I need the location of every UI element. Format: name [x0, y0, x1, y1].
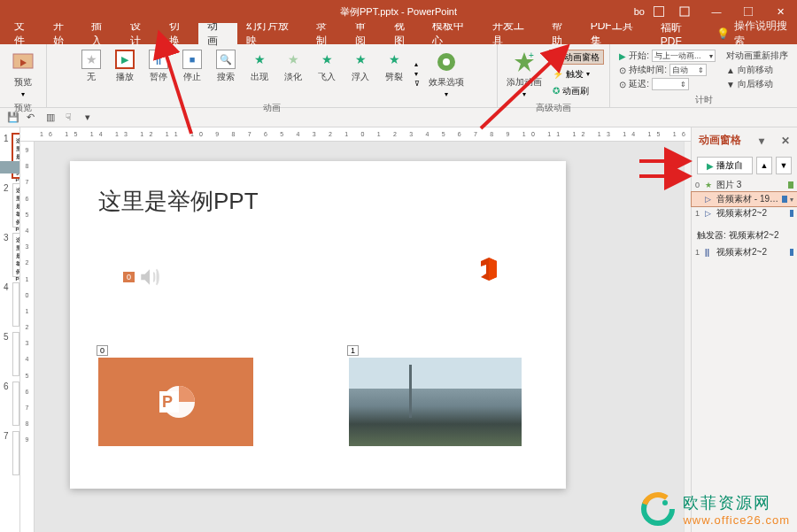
- chevron-down-icon: ▾: [21, 90, 25, 98]
- anim-item-1[interactable]: 0 ★ 图片 3: [692, 178, 797, 192]
- tell-me-search[interactable]: 💡 操作说明搜索: [716, 19, 797, 49]
- thumbnail-1[interactable]: 1这里是举例PPT: [0, 131, 19, 181]
- timing-bar: [788, 181, 793, 189]
- ruler-vertical: 9876543210123456789: [20, 142, 35, 532]
- tab-record[interactable]: 录制: [307, 23, 346, 44]
- ribbon-display-icon[interactable]: [673, 0, 696, 23]
- anim-float[interactable]: ★浮入: [345, 48, 375, 100]
- undo-icon[interactable]: ↶: [27, 112, 39, 124]
- thumbnail-3[interactable]: 3这里是举例PPT: [0, 230, 19, 280]
- trigger-icon: ⚡: [553, 69, 563, 79]
- anim-fade[interactable]: ★淡化: [278, 48, 308, 100]
- ppt-image[interactable]: 0 P: [98, 358, 253, 446]
- tab-slideshow[interactable]: 幻灯片放映: [237, 23, 307, 44]
- overflow-icon[interactable]: ▾: [85, 112, 97, 124]
- anim-play[interactable]: ▶播放: [110, 48, 140, 100]
- close-pane-icon[interactable]: ✕: [781, 135, 790, 147]
- delay-input[interactable]: ⇕: [652, 78, 689, 90]
- star-icon: ★: [288, 52, 299, 66]
- thumbnail-4[interactable]: 4: [0, 280, 19, 329]
- star-icon: ★: [705, 181, 714, 189]
- add-animation-button[interactable]: + 添加动画 ▾: [503, 48, 546, 100]
- preview-button[interactable]: 预览 ▾: [5, 48, 41, 100]
- play-icon: ▶: [707, 161, 714, 171]
- tab-file[interactable]: 文件: [5, 23, 44, 44]
- slide[interactable]: 这里是举例PPT 0 0 P 1: [70, 161, 566, 489]
- scrollbar-vertical[interactable]: [684, 142, 691, 532]
- move-later-button[interactable]: ▼向后移动: [726, 78, 788, 90]
- office-logo[interactable]: [474, 254, 504, 284]
- anim-item-2[interactable]: ▷ 音频素材 - 1967 ▾: [692, 192, 797, 206]
- svg-rect-0: [680, 7, 689, 16]
- anim-search[interactable]: 🔍搜索: [211, 48, 241, 100]
- anim-stop[interactable]: ■停止: [177, 48, 207, 100]
- search-icon: 🔍: [220, 54, 232, 66]
- tab-insert[interactable]: 插入: [82, 23, 121, 44]
- move-earlier-button[interactable]: ▲向前移动: [726, 64, 788, 76]
- title-bar: 举例PPT.pptx - PowerPoint bo — ✕: [0, 0, 797, 23]
- anim-trigger-item[interactable]: 1 || 视频素材2~2: [692, 245, 797, 259]
- tab-pdftools[interactable]: PDF工具集: [582, 23, 652, 44]
- touch-icon[interactable]: ☟: [66, 112, 78, 124]
- thumbnail-2[interactable]: 2这里是举例PPT: [0, 181, 19, 230]
- ribbon: 预览 ▾ 预览 ★无 ▶播放 ||暂停 ■停止 🔍搜索 ★出现 ★淡化 ★飞入 …: [0, 44, 797, 108]
- tab-view[interactable]: 视图: [385, 23, 424, 44]
- mode-icon[interactable]: ▥: [46, 112, 58, 124]
- group-animation: 动画: [263, 100, 281, 116]
- trigger-button[interactable]: ⚡触发▾: [549, 66, 604, 81]
- thumbnail-6[interactable]: 6: [0, 379, 19, 428]
- slide-title[interactable]: 这里是举例PPT: [98, 186, 538, 217]
- tab-home[interactable]: 开始: [44, 23, 83, 44]
- anim-flyin[interactable]: ★飞入: [312, 48, 342, 100]
- move-down-button[interactable]: ▼: [776, 157, 792, 174]
- anim-split[interactable]: ★劈裂: [379, 48, 409, 100]
- clock-icon: ⊙: [619, 66, 626, 75]
- chevron-down-icon: ▾: [522, 90, 526, 98]
- anim-appear[interactable]: ★出现: [244, 48, 275, 100]
- animation-pane-button[interactable]: ▤动画窗格: [549, 50, 604, 65]
- tab-template[interactable]: 模板中心: [423, 23, 483, 44]
- effect-options-button[interactable]: 效果选项 ▾: [425, 48, 468, 100]
- timing-bar: [790, 210, 793, 217]
- svg-point-21: [662, 500, 668, 505]
- tab-foxit[interactable]: 福昕PDF: [652, 23, 711, 44]
- move-up-button[interactable]: ▲: [756, 157, 772, 174]
- user-avatar-icon[interactable]: [654, 6, 664, 17]
- tab-transitions[interactable]: 切换: [160, 23, 199, 44]
- star-icon: ★: [355, 52, 367, 66]
- svg-text:+: +: [529, 50, 534, 60]
- tab-animations[interactable]: 动画: [198, 23, 237, 44]
- star-icon: ★: [321, 52, 333, 66]
- tab-help[interactable]: 帮助: [543, 23, 582, 44]
- start-select[interactable]: 与上一动画...▾: [652, 50, 716, 62]
- chevron-down-icon[interactable]: ▾: [759, 135, 764, 147]
- timing-bar: [790, 249, 793, 256]
- quick-access-toolbar: 💾 ↶ ▥ ☟ ▾: [0, 108, 797, 127]
- effect-options-icon: [434, 50, 459, 74]
- tab-devtools[interactable]: 开发工具: [484, 23, 543, 44]
- gallery-up-icon[interactable]: ▴: [414, 60, 420, 68]
- tab-review[interactable]: 审阅: [346, 23, 385, 44]
- thumbnail-7[interactable]: 7: [0, 428, 19, 478]
- audio-object[interactable]: 0: [123, 266, 161, 289]
- chevron-down-icon[interactable]: ▾: [790, 196, 793, 204]
- save-icon[interactable]: 💾: [7, 112, 19, 124]
- video-image[interactable]: 1: [349, 358, 522, 446]
- animation-painter-button[interactable]: ✪动画刷: [549, 83, 604, 98]
- thumbnail-5[interactable]: 5: [0, 329, 19, 379]
- bulb-icon: 💡: [716, 27, 730, 40]
- anim-item-3[interactable]: 1 ▷ 视频素材2~2: [692, 206, 797, 220]
- duration-input[interactable]: 自动⇕: [669, 64, 707, 76]
- delay-icon: ⊙: [619, 80, 626, 89]
- pause-icon: ||: [705, 248, 714, 257]
- svg-point-5: [443, 58, 450, 66]
- gallery-more-icon[interactable]: ⊽: [414, 80, 420, 88]
- star-icon: ★: [389, 52, 400, 66]
- anim-none[interactable]: ★无: [76, 48, 106, 100]
- gallery-down-icon[interactable]: ▾: [414, 70, 420, 78]
- stop-icon: ■: [190, 54, 196, 65]
- anim-pause[interactable]: ||暂停: [143, 48, 174, 100]
- play-from-button[interactable]: ▶播放自: [697, 157, 753, 174]
- up-icon: ▲: [726, 66, 735, 75]
- tab-design[interactable]: 设计: [121, 23, 160, 44]
